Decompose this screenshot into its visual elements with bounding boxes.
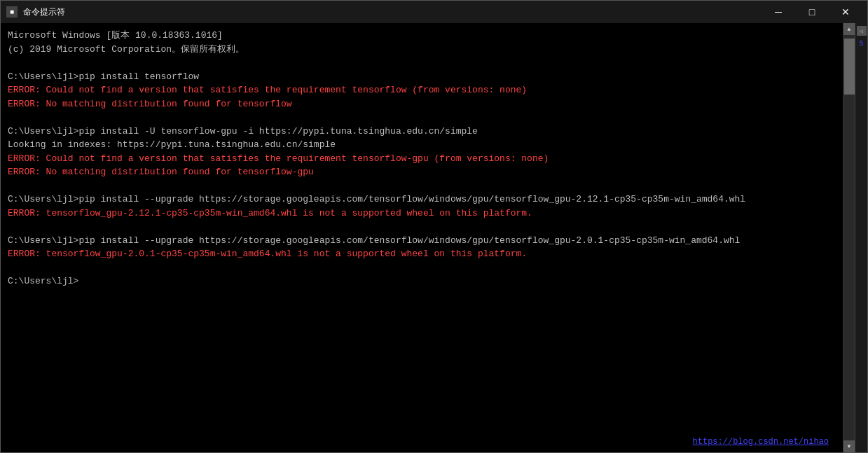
window-icon: ■ <box>6 6 18 18</box>
terminal-line: C:\Users\ljl>pip install --upgrade https… <box>8 193 836 207</box>
terminal-line: C:\Users\ljl>pip install --upgrade https… <box>8 234 836 248</box>
maximize-button[interactable]: □ <box>796 1 828 23</box>
scroll-down-button[interactable]: ▼ <box>843 440 855 452</box>
terminal-line: C:\Users\ljl>pip install tensorflow <box>8 70 836 84</box>
side-panel: ◁ 5 <box>855 23 867 452</box>
scroll-up-button[interactable]: ▲ <box>843 23 855 35</box>
terminal-line: ERROR: Could not find a version that sat… <box>8 83 836 97</box>
scroll-track[interactable] <box>843 35 855 440</box>
terminal-line: C:\Users\ljl> <box>8 274 836 288</box>
terminal-line <box>8 56 836 70</box>
terminal-line: Microsoft Windows [版本 10.0.18363.1016] <box>8 29 836 43</box>
window-controls: ─ □ ✕ <box>762 1 862 23</box>
content-area: Microsoft Windows [版本 10.0.18363.1016](c… <box>1 23 867 452</box>
terminal-line <box>8 261 836 275</box>
terminal-line: ERROR: No matching distribution found fo… <box>8 97 836 111</box>
scroll-thumb[interactable] <box>844 39 855 95</box>
terminal-line: (c) 2019 Microsoft Corporation。保留所有权利。 <box>8 43 836 57</box>
close-button[interactable]: ✕ <box>829 1 862 23</box>
window-title: 命令提示符 <box>23 6 762 18</box>
scrollbar[interactable]: ▲ ▼ <box>843 23 855 452</box>
terminal-line: C:\Users\ljl>pip install -U tensorflow-g… <box>8 125 836 139</box>
cmd-window: ■ 命令提示符 ─ □ ✕ Microsoft Windows [版本 10.0… <box>0 0 868 453</box>
bottom-link[interactable]: https://blog.csdn.net/nihao <box>693 437 829 447</box>
terminal-line <box>8 179 836 193</box>
terminal-line: ERROR: tensorflow_gpu-2.0.1-cp35-cp35m-w… <box>8 247 836 261</box>
terminal-line: Looking in indexes: https://pypi.tuna.ts… <box>8 138 836 152</box>
title-bar: ■ 命令提示符 ─ □ ✕ <box>1 1 867 23</box>
terminal-line <box>8 111 836 125</box>
side-icon-number: 5 <box>857 39 867 48</box>
terminal-line: ERROR: Could not find a version that sat… <box>8 152 836 166</box>
minimize-button[interactable]: ─ <box>762 1 794 23</box>
side-icon-arrow[interactable]: ◁ <box>857 26 867 36</box>
terminal-line: ERROR: tensorflow_gpu-2.12.1-cp35-cp35m-… <box>8 207 836 221</box>
terminal-output[interactable]: Microsoft Windows [版本 10.0.18363.1016](c… <box>1 23 843 452</box>
terminal-line: ERROR: No matching distribution found fo… <box>8 165 836 179</box>
terminal-line <box>8 220 836 234</box>
